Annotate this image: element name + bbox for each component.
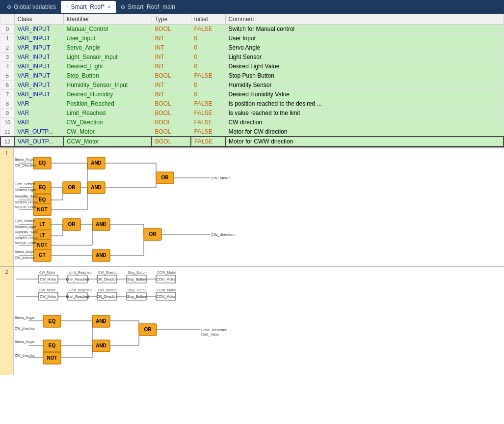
svg-text:CW_Direction: CW_Direction — [96, 295, 117, 299]
svg-text:Limit_Reached: Limit_Reached — [66, 295, 89, 299]
title-bar: ⊕ Global variables ↑ Smart_Roof* ✕ ⊕ Sma… — [0, 0, 504, 14]
svg-text:Limit_Reached: Limit_Reached — [66, 278, 89, 282]
tab-smart-roof[interactable]: ↑ Smart_Roof* ✕ — [61, 1, 116, 13]
row-type: INT — [152, 81, 191, 90]
row-type: BOOL — [152, 137, 191, 146]
row-class: VAR_INPUT — [14, 90, 63, 99]
row-num: 3 — [0, 53, 14, 62]
row-identifier: CCW_Motor — [63, 137, 152, 146]
table-row[interactable]: 10VARCW_DirectionBOOLFALSECW direction — [0, 118, 504, 127]
table-row[interactable]: 3VAR_INPUTLight_Sensor_InputINT0Light Se… — [0, 53, 504, 62]
row-comment: Desired Humidity Value — [225, 90, 504, 99]
row-comment: Humidity Sensor — [225, 81, 504, 90]
row-num: 0 — [0, 25, 14, 34]
table-row[interactable]: 7VAR_INPUTDesired_HumidityINT0Desired Hu… — [0, 90, 504, 99]
col-header-num — [0, 14, 14, 25]
row-initial: FALSE — [191, 118, 225, 127]
row-identifier: Manual_Control — [63, 25, 152, 34]
col-header-class: Class — [14, 14, 63, 25]
svg-text:Servo_Angle: Servo_Angle — [15, 340, 34, 344]
row-identifier: Stop_Button — [63, 71, 152, 81]
svg-text:EQ: EQ — [39, 185, 46, 190]
row-num: 11 — [0, 127, 14, 137]
row-class: VAR_OUTP... — [14, 137, 63, 146]
svg-text:CW_direction: CW_direction — [15, 327, 35, 331]
table-row[interactable]: 1VAR_INPUTUser_InputINT0User Input — [0, 34, 504, 43]
var-table: Class Identifier Type Initial Comment 0V… — [0, 14, 504, 148]
table-row[interactable]: 8VARPosition_ReachedBOOLFALSEIs position… — [0, 99, 504, 109]
row-num: 8 — [0, 99, 14, 109]
row-type: INT — [152, 90, 191, 99]
network-2-row: 2 CW_Motor Limit_Reached CW — [0, 266, 504, 375]
row-initial: 0 — [191, 34, 225, 43]
svg-text:AND: AND — [91, 160, 102, 166]
row-class: VAR_INPUT — [14, 62, 63, 71]
row-class: VAR_INPUT — [14, 81, 63, 90]
row-identifier: CW_Motor — [63, 127, 152, 137]
svg-text:CW_Motor: CW_Motor — [39, 271, 56, 275]
svg-text:--: -- — [15, 346, 17, 349]
svg-text:Light_Sensor...: Light_Sensor... — [15, 219, 38, 223]
svg-text:CCW_Motor: CCW_Motor — [157, 295, 176, 299]
row-initial: FALSE — [191, 137, 225, 146]
svg-text:OR: OR — [68, 185, 76, 190]
row-comment: Switch for Manual control — [225, 25, 504, 34]
row-num: 4 — [0, 62, 14, 71]
svg-text:Limit_Reached: Limit_Reached — [69, 288, 92, 292]
row-comment: Servo Angle — [225, 43, 504, 53]
row-comment: Is value reached to the limit — [225, 109, 504, 118]
row-initial: FALSE — [191, 127, 225, 137]
svg-text:CW_Direction: CW_Direction — [15, 164, 36, 168]
table-row[interactable]: 11VAR_OUTP...CW_MotorBOOLFALSEMotor for … — [0, 127, 504, 137]
svg-text:CW_Motor: CW_Motor — [40, 278, 56, 282]
tab-global-variables[interactable]: ⊕ Global variables — [2, 1, 61, 13]
row-initial: 0 — [191, 81, 225, 90]
main-content: Class Identifier Type Initial Comment 0V… — [0, 14, 504, 424]
table-row[interactable]: 12VAR_OUTP...CCW_MotorBOOLFALSEMotor for… — [0, 137, 504, 146]
svg-text:Limit_Value: Limit_Value — [201, 333, 219, 337]
svg-text:EQ: EQ — [49, 343, 56, 348]
row-initial: FALSE — [191, 71, 225, 81]
col-header-identifier: Identifier — [63, 14, 152, 25]
row-num: 6 — [0, 81, 14, 90]
row-comment: Desired Light Value — [225, 62, 504, 71]
tab-icon: ⊕ — [121, 4, 125, 10]
svg-text:EQ: EQ — [39, 160, 46, 166]
diagram-content: 1 EQ AND — [0, 148, 504, 424]
row-type: BOOL — [152, 127, 191, 137]
svg-text:CW_direction: CW_direction — [15, 256, 35, 260]
table-row[interactable]: 5VAR_INPUTStop_ButtonBOOLFALSEStop Push … — [0, 71, 504, 81]
table-row[interactable]: 9VARLimit_ReachedBOOLFALSEIs value reach… — [0, 109, 504, 118]
row-initial: 0 — [191, 90, 225, 99]
row-class: VAR_INPUT — [14, 25, 63, 34]
svg-text:GT: GT — [39, 253, 46, 258]
row-identifier: User_Input — [63, 34, 152, 43]
table-row[interactable]: 2VAR_INPUTServo_AngleINT0Servo Angle — [0, 43, 504, 53]
svg-text:OR: OR — [161, 175, 169, 180]
tab-smart-roof-main[interactable]: ⊕ Smart_Roof_main — [116, 1, 180, 13]
svg-text:Humidity_Sens...: Humidity_Sens... — [15, 230, 41, 234]
svg-text:Servo_Angle: Servo_Angle — [15, 316, 34, 320]
tab-label: Global variables — [14, 3, 56, 10]
tab-close-icon[interactable]: ✕ — [107, 4, 111, 10]
row-type: INT — [152, 43, 191, 53]
row-comment: Motor for CWW direction — [225, 137, 504, 146]
row-type: BOOL — [152, 99, 191, 109]
row-identifier: Humidity_Sensor_Input — [63, 81, 152, 90]
row-class: VAR_INPUT — [14, 53, 63, 62]
svg-text:CW_Directio...: CW_Directio... — [98, 288, 120, 292]
svg-text:CW_Motor: CW_Motor — [211, 176, 230, 180]
diagram-area: 1 EQ AND — [0, 148, 504, 424]
col-header-comment: Comment — [225, 14, 504, 25]
row-comment: Is position reached to the desired ... — [225, 99, 504, 109]
table-row[interactable]: 0VAR_INPUTManual_ControlBOOLFALSESwitch … — [0, 25, 504, 34]
row-type: INT — [152, 34, 191, 43]
svg-text:Servo_Angle: Servo_Angle — [15, 250, 34, 254]
row-initial: 0 — [191, 62, 225, 71]
row-class: VAR — [14, 109, 63, 118]
table-row[interactable]: 4VAR_INPUTDesired_LightINT0Desired Light… — [0, 62, 504, 71]
svg-text:Humidity_Sens...: Humidity_Sens... — [15, 195, 41, 198]
row-identifier: Light_Sensor_Input — [63, 53, 152, 62]
row-class: VAR — [14, 118, 63, 127]
table-row[interactable]: 6VAR_INPUTHumidity_Sensor_InputINT0Humid… — [0, 81, 504, 90]
